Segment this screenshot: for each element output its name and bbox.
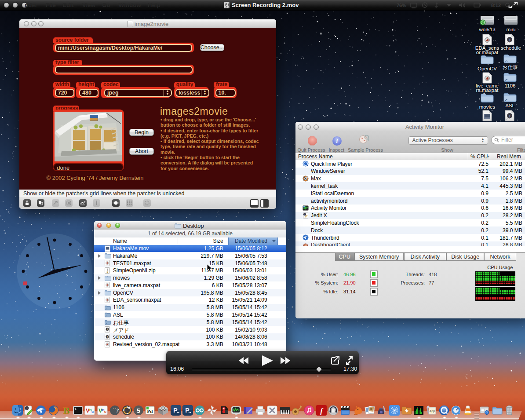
svg-text:5: 5: [137, 407, 140, 414]
svg-text:8:12: 8:12: [491, 3, 501, 8]
svg-text:c: c: [104, 409, 106, 414]
svg-text:J: J: [509, 38, 510, 42]
svg-text:J: J: [26, 407, 27, 410]
svg-text:Pd: Pd: [147, 409, 153, 414]
svg-text:c: c: [91, 409, 94, 414]
svg-text:7: 7: [116, 408, 119, 413]
svg-text:App: App: [430, 409, 435, 413]
svg-text:x: x: [213, 411, 215, 414]
svg-text:B: B: [63, 405, 69, 416]
svg-text:J: J: [509, 114, 510, 118]
